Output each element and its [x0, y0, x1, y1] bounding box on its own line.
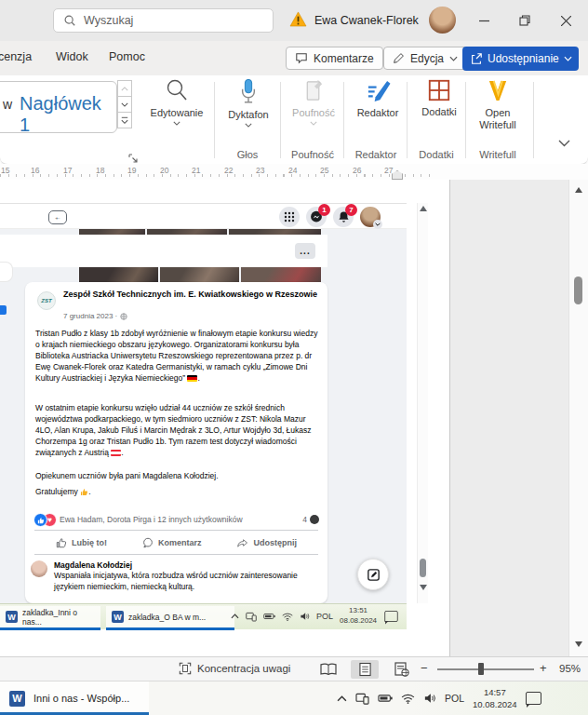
open-writefull-button[interactable]: Open Writefull — [467, 78, 528, 145]
page-name-link[interactable]: Zespół Szkół Technicznych im. E. Kwiatko… — [63, 290, 324, 301]
web-layout-button[interactable] — [388, 660, 416, 679]
editor-button[interactable]: Redaktor — [348, 78, 408, 145]
inner-taskbar-button-2[interactable]: zakladka_O BA w m... — [106, 606, 234, 627]
notifications-badge: 7 — [345, 204, 357, 216]
share-button[interactable]: Udostępnianie — [462, 47, 579, 71]
post-more-button[interactable]: ... — [295, 243, 315, 259]
style-naglowek-1[interactable]: Nagłówek 1 — [20, 93, 116, 136]
fb-navbar: +· 1 7 — [0, 203, 407, 229]
like-button[interactable]: Lubię to! — [56, 537, 107, 548]
wifi-icon[interactable] — [282, 613, 293, 621]
photo-strip[interactable] — [79, 267, 321, 282]
restore-button[interactable] — [504, 0, 545, 41]
comment-button[interactable]: Komentarz — [142, 537, 202, 548]
austria-flag-icon — [111, 450, 121, 457]
read-mode-button[interactable] — [314, 660, 342, 679]
fb-apps-menu-icon[interactable] — [279, 207, 300, 227]
tab-pomoc[interactable]: Pomoc — [109, 50, 145, 63]
speaker-icon[interactable] — [423, 693, 436, 704]
post-paragraph-3: Opiekunem uczniów była pani Magdalena Ko… — [35, 470, 318, 481]
reactions-summary[interactable]: ♥ Ewa Hadam, Dorota Pirga i 12 innych uż… — [25, 513, 327, 528]
add-ins-grid-icon — [427, 78, 451, 102]
inner-scroll-down-icon[interactable] — [420, 585, 427, 590]
zoom-out-button[interactable]: − — [421, 661, 428, 675]
print-layout-button[interactable] — [351, 660, 379, 679]
ribbon-collapse-icon[interactable] — [558, 140, 570, 147]
zoom-slider-thumb[interactable] — [478, 663, 484, 675]
fb-messenger-icon[interactable]: 1 — [306, 207, 327, 227]
scroll-up-icon[interactable] — [575, 187, 582, 193]
ruler-margin-marker[interactable] — [392, 170, 403, 180]
fb-gaming-icon[interactable]: +· — [48, 210, 67, 224]
compose-fab-button[interactable] — [357, 559, 389, 590]
tab-recenzja-partial[interactable]: ecenzja — [0, 50, 32, 63]
notification-icon[interactable] — [384, 611, 397, 622]
comments-button[interactable]: Komentarze — [286, 47, 383, 70]
tab-widok[interactable]: Widok — [56, 50, 88, 63]
editing-menu-button[interactable]: Edytowanie — [147, 78, 207, 145]
find-icon — [165, 78, 189, 103]
clock[interactable]: 14:57 10.08.2024 — [473, 686, 517, 711]
clock[interactable]: 13:51 08.08.2024 — [340, 606, 377, 627]
fb-profile-avatar[interactable] — [360, 207, 381, 227]
battery-icon[interactable] — [378, 694, 393, 703]
taskbar-word-button[interactable]: Inni o nas - Współp... — [0, 681, 149, 715]
left-blue-fragment — [0, 305, 7, 315]
fb-post-header-bar: ... — [0, 235, 327, 267]
gallery-more-button[interactable] — [117, 112, 132, 128]
speaker-icon[interactable] — [300, 612, 310, 621]
comment-count[interactable]: 4 — [302, 515, 307, 524]
focus-mode-button[interactable]: Koncentracja uwagi — [179, 662, 290, 675]
inner-taskbar: zakladka_Inni o nas... zakladka_O BA w m… — [0, 603, 407, 629]
gallery-scroll-up[interactable] — [117, 80, 132, 97]
gallery-scroll-down[interactable] — [117, 96, 132, 113]
share-post-button[interactable]: Udostępnij — [236, 537, 297, 548]
inner-taskbar-button-1[interactable]: zakladka_Inni o nas... — [0, 606, 100, 627]
add-ins-button[interactable]: Dodatki — [409, 78, 469, 145]
zoom-percentage[interactable]: 95% — [559, 663, 581, 674]
device-icon[interactable] — [355, 693, 369, 705]
warning-icon[interactable] — [289, 11, 307, 27]
styles-gallery-scroll — [117, 81, 132, 131]
account-name[interactable]: Ewa Cwanek-Florek — [314, 14, 419, 27]
inner-scroll-up-icon[interactable] — [420, 206, 427, 211]
page-logo[interactable]: ZST — [37, 291, 56, 310]
notification-icon[interactable] — [526, 692, 541, 705]
commenter-avatar[interactable] — [31, 560, 47, 577]
styles-gallery[interactable]: w Nagłówek 1 — [0, 81, 117, 133]
account-avatar[interactable] — [429, 7, 456, 34]
fb-notifications-icon[interactable]: 7 — [333, 207, 354, 227]
tray-chevron-icon[interactable] — [337, 695, 347, 702]
styles-dialog-launcher-icon[interactable] — [128, 154, 138, 163]
scrollbar-thumb[interactable] — [574, 277, 582, 304]
document-page[interactable]: +· 1 7 — [0, 180, 450, 656]
post-date[interactable]: 7 grudnia 2023 · — [63, 312, 127, 320]
dictate-button[interactable]: Dyktafon — [219, 78, 278, 145]
share-icon — [470, 52, 483, 65]
scroll-down-icon[interactable] — [575, 641, 582, 647]
wifi-icon[interactable] — [401, 694, 415, 704]
embedded-facebook-screenshot: +· 1 7 — [0, 203, 430, 629]
reactions-names[interactable]: Ewa Hadam, Dorota Pirga i 12 innych użyt… — [60, 515, 243, 524]
battery-icon[interactable] — [263, 613, 275, 620]
close-button[interactable] — [545, 0, 586, 41]
device-icon[interactable] — [246, 612, 257, 622]
inner-scrollbar-thumb[interactable] — [420, 559, 426, 577]
minimize-button[interactable] — [463, 0, 504, 41]
horizontal-ruler[interactable]: 15 16 17 18 19 20 21 22 23 24 25 26 27 — [0, 164, 588, 180]
chevron-down-icon — [564, 56, 572, 61]
zoom-slider-track[interactable] — [437, 668, 534, 670]
comment-count-icon — [310, 515, 319, 524]
search-input[interactable]: Wyszukaj — [53, 8, 274, 33]
globe-icon — [120, 313, 127, 320]
tray-chevron-icon[interactable] — [231, 614, 239, 619]
zoom-in-button[interactable]: + — [540, 661, 547, 675]
inner-scrollbar[interactable] — [417, 203, 428, 603]
language-indicator[interactable]: POL — [316, 612, 333, 621]
word-scrollbar[interactable] — [568, 180, 588, 656]
like-reaction-icon — [33, 513, 47, 527]
language-indicator[interactable]: POL — [445, 693, 464, 704]
pencil-icon — [393, 52, 405, 64]
commenter-name[interactable]: Magdalena Kołodziej — [54, 560, 132, 570]
editing-mode-button[interactable]: Edycja — [383, 47, 467, 70]
